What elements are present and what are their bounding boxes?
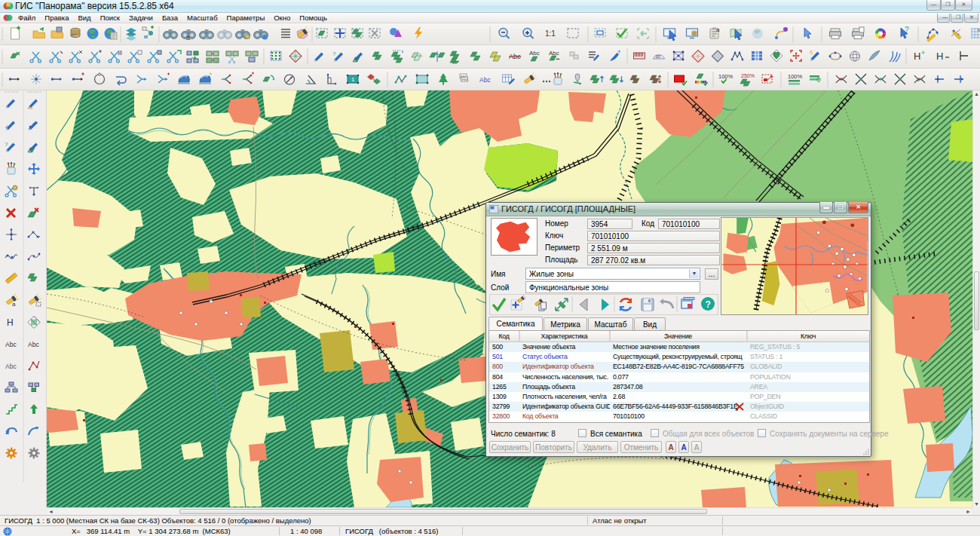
svg-text:?: ? (905, 26, 909, 34)
svg-text:DBM: DBM (72, 35, 78, 38)
svg-text:...: ... (203, 33, 209, 41)
svg-text:Abc: Abc (549, 50, 559, 57)
svg-text:Abc: Abc (479, 76, 491, 84)
svg-text:Abc: Abc (529, 50, 540, 57)
svg-text:?: ? (332, 51, 336, 57)
svg-text:a: a (12, 301, 16, 308)
svg-text:H: H (914, 51, 920, 62)
svg-text:?: ? (706, 299, 711, 310)
svg-text:250%: 250% (741, 73, 755, 78)
svg-text:H: H (936, 51, 943, 62)
svg-text:a: a (186, 34, 190, 41)
svg-text:PNG: PNG (462, 78, 468, 81)
svg-text:100%: 100% (788, 73, 803, 80)
svg-text:H: H (7, 317, 14, 328)
svg-text:1: 1 (351, 76, 355, 83)
svg-text:1:1: 1:1 (545, 29, 556, 38)
svg-text:90: 90 (656, 54, 661, 59)
svg-text:Abc: Abc (5, 363, 17, 370)
svg-text:?: ? (5, 141, 8, 148)
svg-text:a: a (716, 26, 720, 33)
svg-text:+: + (921, 49, 925, 57)
svg-text:Abc: Abc (28, 341, 39, 348)
svg-text:Abc: Abc (5, 341, 17, 348)
